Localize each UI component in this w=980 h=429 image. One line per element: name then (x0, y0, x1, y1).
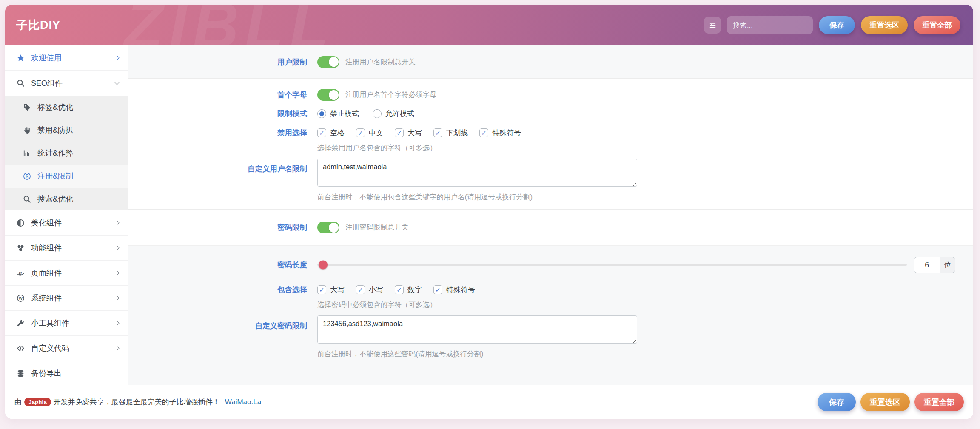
sidebar-item-register-limit[interactable]: R 注册&限制 (5, 165, 128, 188)
option-label: 自定义密码限制 (128, 315, 317, 331)
save-button[interactable]: 保存 (818, 393, 856, 411)
explorer-icon: e (17, 269, 25, 277)
option-description: 注册用户名限制总开关 (345, 57, 416, 67)
chevron-right-icon (114, 295, 119, 300)
waimao-link[interactable]: WaiMao.La (225, 398, 261, 406)
checkbox-label: 空格 (330, 128, 345, 138)
database-icon (17, 369, 25, 378)
sidebar: 欢迎使用 SEO组件 标签&优化 禁用&防扒 统计&作弊 (5, 45, 128, 385)
sidebar-item-tags-seo[interactable]: 标签&优化 (5, 96, 128, 119)
checkbox-checked-icon (433, 285, 442, 294)
help-text: 选择密码中必须包含的字符（可多选） (317, 300, 973, 310)
option-label: 首个字母 (128, 90, 317, 100)
bar-chart-icon (23, 149, 31, 157)
sidebar-item-widgets[interactable]: 小工具组件 (5, 311, 128, 336)
credit-text: 由 Japhia 开发并免费共享，最强最全最完美的子比增强插件！ WaiMao.… (14, 397, 261, 407)
checkbox-underscore[interactable]: 下划线 (433, 128, 468, 138)
sidebar-item-label: 自定义代码 (31, 343, 115, 353)
sidebar-item-ban-protect[interactable]: 禁用&防扒 (5, 119, 128, 142)
header-bar: ZIBLL 子比DIY 保存 重置选区 重置全部 (5, 5, 973, 45)
option-label: 禁用选择 (128, 128, 317, 138)
checkbox-checked-icon (356, 128, 365, 137)
section-password-limit: 密码限制 注册密码限制总开关 (128, 210, 973, 245)
checkbox-label: 大写 (407, 128, 422, 138)
chevron-down-icon (114, 80, 119, 85)
sidebar-item-seo[interactable]: SEO组件 (5, 71, 128, 96)
radio-allow-mode[interactable]: 允许模式 (373, 109, 414, 119)
password-length-input-group: 位 (914, 257, 955, 273)
checkbox-special-chars[interactable]: 特殊符号 (433, 285, 475, 295)
checkbox-checked-icon (356, 285, 365, 294)
first-letter-toggle[interactable] (317, 89, 339, 101)
sidebar-item-beautify[interactable]: 美化组件 (5, 210, 128, 236)
shapes-icon (17, 244, 25, 252)
custom-username-textarea[interactable]: admin,test,waimaola (317, 159, 637, 187)
checkbox-label: 特殊符号 (492, 128, 521, 138)
chevron-right-icon (114, 270, 119, 275)
registered-icon: R (23, 172, 31, 180)
slider-handle[interactable] (319, 261, 328, 270)
save-button[interactable]: 保存 (819, 16, 855, 34)
tag-icon (23, 103, 31, 111)
sidebar-item-backup-export[interactable]: 备份导出 (5, 361, 128, 386)
footer-bar: 由 Japhia 开发并免费共享，最强最全最完美的子比增强插件！ WaiMao.… (5, 385, 973, 419)
sidebar-item-label: 搜索&优化 (37, 194, 119, 204)
svg-text:e: e (19, 270, 22, 276)
checkbox-chinese[interactable]: 中文 (356, 128, 383, 138)
option-label: 密码长度 (128, 260, 317, 270)
search-icon (23, 195, 31, 203)
header-actions: 保存 重置选区 重置全部 (704, 16, 960, 34)
search-icon (17, 79, 25, 87)
sidebar-item-label: SEO组件 (31, 78, 115, 88)
reset-all-button[interactable]: 重置全部 (914, 16, 960, 34)
chevron-right-icon (114, 55, 119, 60)
checkbox-checked-icon (433, 128, 442, 137)
password-length-input[interactable] (914, 257, 940, 273)
chevron-right-icon (114, 321, 119, 325)
option-label: 包含选择 (128, 284, 317, 295)
help-text: 选择禁用用户名包含的字符（可多选） (317, 143, 973, 153)
help-text: 前台注册时，不能使用这些密码(请用逗号或换行分割) (317, 349, 973, 359)
checkbox-special-chars[interactable]: 特殊符号 (479, 128, 521, 138)
sidebar-item-welcome[interactable]: 欢迎使用 (5, 45, 128, 71)
radio-ban-mode[interactable]: 禁止模式 (317, 109, 359, 119)
sidebar-item-system[interactable]: W 系统组件 (5, 286, 128, 311)
search-input[interactable] (727, 16, 813, 34)
checkbox-label: 特殊符号 (446, 285, 475, 295)
credit-prefix: 由 (14, 397, 22, 407)
app-title: 子比DIY (16, 17, 60, 33)
password-limit-toggle[interactable] (317, 222, 339, 233)
chevron-right-icon (114, 245, 119, 250)
sidebar-item-label: 注册&限制 (37, 171, 119, 181)
toggle-knob (329, 90, 339, 100)
section-user-limit: 用户限制 注册用户名限制总开关 (128, 45, 973, 79)
option-label: 自定义用户名限制 (128, 159, 317, 174)
reset-selection-button[interactable]: 重置选区 (861, 16, 908, 34)
user-limit-toggle[interactable] (317, 56, 339, 68)
reset-all-button[interactable]: 重置全部 (914, 393, 964, 411)
wrench-icon (17, 319, 25, 327)
menu-fold-icon (709, 21, 717, 29)
custom-password-textarea[interactable]: 123456,asd123,waimaola (317, 315, 637, 344)
svg-text:R: R (26, 174, 29, 179)
checkbox-uppercase[interactable]: 大写 (317, 285, 345, 295)
sidebar-item-label: 标签&优化 (37, 102, 119, 112)
checkbox-space[interactable]: 空格 (317, 128, 345, 138)
checkbox-lowercase[interactable]: 小写 (356, 285, 383, 295)
help-text: 前台注册时，不能使用包含这些关键字的用户名(请用逗号或换行分割) (317, 193, 973, 202)
sidebar-item-custom-code[interactable]: 自定义代码 (5, 336, 128, 361)
sidebar-item-features[interactable]: 功能组件 (5, 236, 128, 261)
sidebar-item-label: 小工具组件 (31, 318, 115, 328)
sidebar-item-search-seo[interactable]: 搜索&优化 (5, 188, 128, 210)
checkbox-uppercase[interactable]: 大写 (395, 128, 422, 138)
sidebar-item-stats[interactable]: 统计&作弊 (5, 142, 128, 165)
sidebar-item-label: 统计&作弊 (37, 148, 119, 158)
password-length-slider[interactable] (317, 264, 907, 266)
option-description: 注册密码限制总开关 (345, 223, 409, 232)
reset-selection-button[interactable]: 重置选区 (860, 393, 910, 411)
checkbox-numbers[interactable]: 数字 (395, 285, 422, 295)
collapse-menu-button[interactable] (704, 17, 721, 34)
svg-text:W: W (19, 296, 23, 300)
sidebar-item-pages[interactable]: e 页面组件 (5, 261, 128, 286)
footer-actions: 保存 重置选区 重置全部 (818, 393, 964, 411)
